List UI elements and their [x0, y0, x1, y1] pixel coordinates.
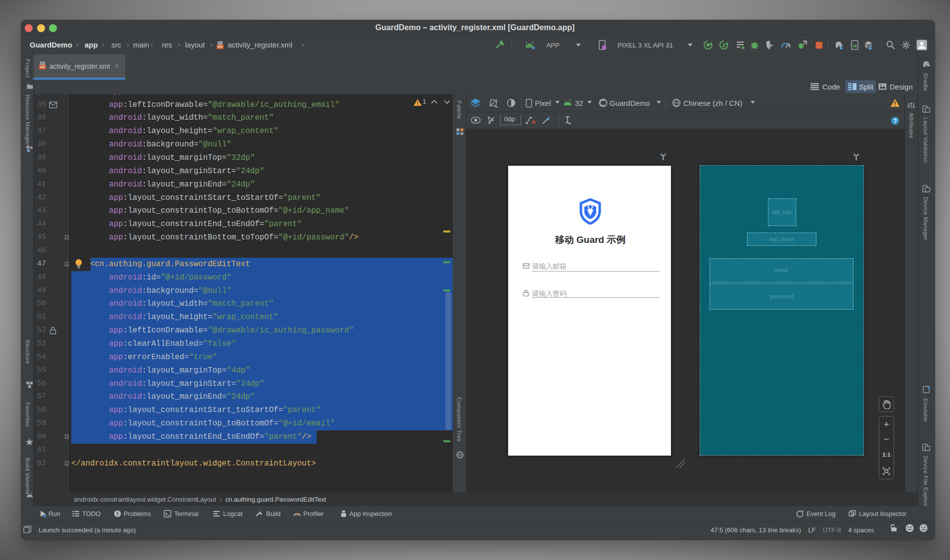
svg-text:<>: <>: [218, 45, 223, 49]
svg-text:A: A: [722, 43, 725, 48]
svg-text:?: ?: [894, 118, 897, 125]
svg-text:<>: <>: [40, 65, 45, 69]
